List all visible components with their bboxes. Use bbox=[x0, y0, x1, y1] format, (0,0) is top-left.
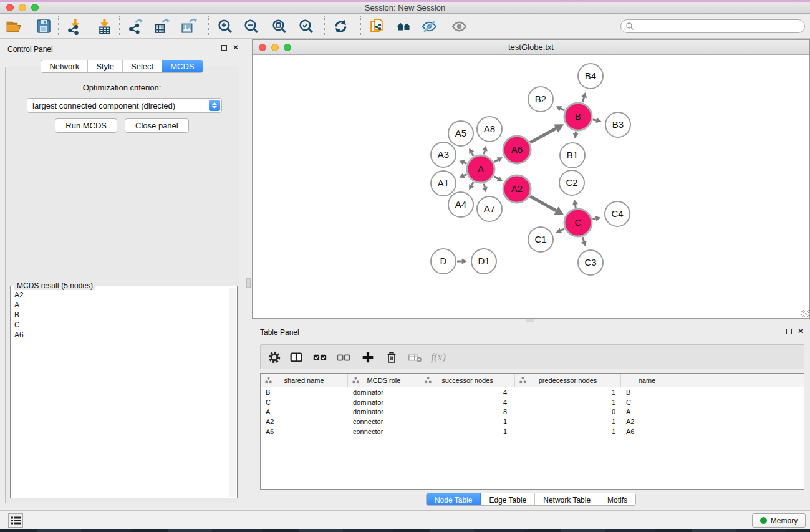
search-field[interactable] bbox=[620, 19, 805, 33]
tab-network-table[interactable]: Network Table bbox=[535, 493, 599, 506]
zoom-in-button[interactable] bbox=[216, 17, 234, 36]
eye-slash-icon bbox=[421, 18, 438, 35]
column-header-predecessor-nodes[interactable]: predecessor nodes bbox=[515, 374, 621, 387]
delete-columns-button[interactable] bbox=[383, 349, 400, 365]
memory-button[interactable]: Memory bbox=[752, 513, 806, 528]
tab-select[interactable]: Select bbox=[123, 60, 162, 72]
cell-name[interactable]: A2 bbox=[621, 417, 673, 427]
list-item[interactable]: B bbox=[11, 310, 229, 320]
table-settings-button[interactable] bbox=[266, 349, 282, 365]
horizontal-splitter-handle[interactable] bbox=[526, 319, 534, 322]
cell-predecessor-nodes[interactable]: 1 bbox=[515, 397, 621, 407]
cell-successor-nodes[interactable]: 4 bbox=[420, 387, 515, 397]
close-traffic-light[interactable] bbox=[259, 44, 266, 51]
svg-text:A2: A2 bbox=[511, 183, 523, 194]
app-title: Session: New Session bbox=[0, 3, 810, 12]
home-button[interactable] bbox=[395, 17, 413, 36]
cell-shared-name[interactable]: A2 bbox=[261, 417, 348, 427]
deselect-all-button[interactable] bbox=[335, 349, 352, 365]
criterion-dropdown[interactable]: largest connected component (directed) bbox=[27, 98, 222, 113]
delete-table-button[interactable] bbox=[407, 349, 423, 365]
column-header-successor-nodes[interactable]: successor nodes bbox=[420, 374, 515, 387]
cell-mcds-role[interactable]: connector bbox=[348, 427, 420, 437]
close-traffic-light[interactable] bbox=[6, 4, 14, 11]
cell-successor-nodes[interactable]: 1 bbox=[420, 417, 515, 427]
cell-shared-name[interactable]: C bbox=[261, 397, 348, 407]
search-input[interactable] bbox=[637, 21, 804, 31]
list-scrollbar[interactable] bbox=[229, 288, 236, 497]
column-header-mcds-role[interactable]: MCDS role bbox=[348, 374, 420, 387]
cell-predecessor-nodes[interactable]: 1 bbox=[515, 427, 621, 437]
zoom-traffic-light[interactable] bbox=[31, 4, 39, 11]
window-resize-grip[interactable] bbox=[801, 310, 809, 317]
close-panel-icon[interactable]: ✕ bbox=[233, 44, 239, 51]
column-header-shared-name[interactable]: shared name bbox=[261, 374, 348, 387]
close-panel-icon[interactable]: ✕ bbox=[798, 328, 804, 334]
vertical-splitter[interactable] bbox=[245, 39, 252, 510]
columns-icon bbox=[289, 350, 304, 365]
tab-style[interactable]: Style bbox=[88, 60, 123, 72]
create-column-button[interactable] bbox=[360, 349, 376, 365]
float-panel-icon[interactable] bbox=[786, 329, 792, 334]
export-network-button[interactable] bbox=[127, 17, 145, 36]
zoom-fit-button[interactable] bbox=[270, 17, 289, 36]
zoom-out-button[interactable] bbox=[242, 17, 261, 36]
hide-graphics-details-button[interactable] bbox=[420, 17, 438, 36]
column-type-icon bbox=[519, 377, 526, 384]
float-panel-icon[interactable] bbox=[221, 45, 227, 51]
column-header-name[interactable]: name bbox=[621, 374, 673, 387]
network-graph[interactable]: B4B2BB3A5A8A6B1A3AC2A1A2A4A7C4CC1C3DD1 bbox=[253, 56, 809, 319]
function-builder-button[interactable]: f(x) bbox=[430, 349, 446, 365]
cell-mcds-role[interactable]: connector bbox=[348, 417, 420, 427]
close-panel-button[interactable]: Close panel bbox=[125, 118, 189, 133]
list-item[interactable]: A6 bbox=[11, 330, 229, 340]
cell-shared-name[interactable]: A6 bbox=[261, 427, 348, 437]
tab-node-table[interactable]: Node Table bbox=[427, 493, 481, 506]
cell-mcds-role[interactable]: dominator bbox=[348, 397, 420, 407]
export-table-button[interactable] bbox=[152, 17, 171, 36]
network-window-controls bbox=[259, 44, 291, 51]
import-network-button[interactable] bbox=[64, 17, 83, 36]
show-column-button[interactable] bbox=[288, 349, 304, 365]
list-item[interactable]: C bbox=[11, 320, 229, 330]
zoom-traffic-light[interactable] bbox=[284, 44, 291, 51]
new-network-from-selection-button[interactable] bbox=[368, 17, 387, 36]
cell-name[interactable]: B bbox=[621, 387, 673, 397]
save-session-button[interactable] bbox=[34, 17, 53, 36]
cell-mcds-role[interactable]: dominator bbox=[348, 387, 420, 397]
cell-name[interactable]: A bbox=[621, 407, 673, 417]
tab-network[interactable]: Network bbox=[41, 60, 88, 72]
cell-mcds-role[interactable]: dominator bbox=[348, 407, 420, 417]
show-graphics-details-button[interactable] bbox=[450, 17, 468, 36]
cell-successor-nodes[interactable]: 4 bbox=[420, 397, 515, 407]
vertical-splitter-handle[interactable] bbox=[246, 278, 251, 288]
unchecked-boxes-icon bbox=[336, 350, 351, 365]
list-item[interactable]: A bbox=[11, 300, 229, 310]
cell-name[interactable]: C bbox=[621, 397, 673, 407]
svg-text:B: B bbox=[575, 111, 581, 122]
cell-predecessor-nodes[interactable]: 1 bbox=[515, 387, 621, 397]
zoom-selected-button[interactable] bbox=[297, 17, 316, 36]
import-table-button[interactable] bbox=[95, 17, 113, 36]
minimize-traffic-light[interactable] bbox=[271, 44, 279, 51]
select-all-button[interactable] bbox=[312, 349, 328, 365]
open-session-button[interactable] bbox=[4, 17, 23, 36]
show-task-history-button[interactable] bbox=[8, 513, 23, 528]
tab-motifs[interactable]: Motifs bbox=[599, 493, 635, 506]
cell-successor-nodes[interactable]: 8 bbox=[420, 407, 515, 417]
cell-predecessor-nodes[interactable]: 0 bbox=[515, 407, 621, 417]
minimize-traffic-light[interactable] bbox=[19, 4, 26, 11]
horizontal-splitter[interactable] bbox=[252, 319, 810, 323]
list-item[interactable]: A2 bbox=[11, 290, 229, 300]
refresh-button[interactable] bbox=[331, 17, 350, 36]
network-canvas[interactable]: B4B2BB3A5A8A6B1A3AC2A1A2A4A7C4CC1C3DD1 bbox=[253, 56, 809, 318]
cell-name[interactable]: A6 bbox=[621, 427, 673, 437]
cell-shared-name[interactable]: A bbox=[261, 407, 348, 417]
cell-successor-nodes[interactable]: 1 bbox=[420, 427, 515, 437]
cell-predecessor-nodes[interactable]: 1 bbox=[515, 417, 621, 427]
cell-shared-name[interactable]: B bbox=[261, 387, 348, 397]
tab-edge-table[interactable]: Edge Table bbox=[481, 493, 535, 506]
export-image-button[interactable] bbox=[179, 17, 198, 36]
tab-mcds[interactable]: MCDS bbox=[162, 60, 202, 72]
run-mcds-button[interactable]: Run MCDS bbox=[55, 118, 117, 133]
